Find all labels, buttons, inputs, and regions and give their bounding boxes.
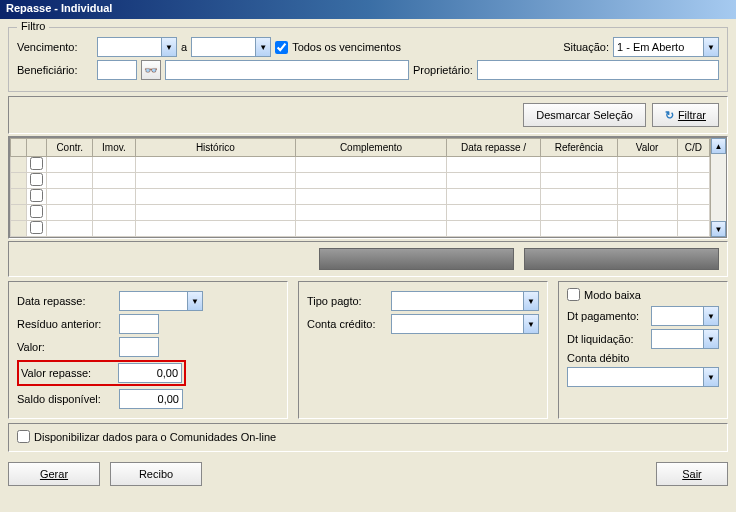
- status-bar-1: [319, 248, 514, 270]
- beneficiario-label: Beneficiário:: [17, 64, 93, 76]
- table-row[interactable]: [11, 173, 710, 189]
- situacao-label: Situação:: [563, 41, 609, 53]
- chevron-down-icon[interactable]: ▼: [703, 306, 719, 326]
- conta-credito-combo[interactable]: ▼: [391, 314, 539, 334]
- vencimento-from-input[interactable]: [97, 37, 161, 57]
- filtro-group: Filtro Vencimento: ▼ a ▼ Todos os vencim…: [8, 27, 728, 92]
- status-bars: [8, 241, 728, 277]
- filtrar-button[interactable]: ↻Filtrar: [652, 103, 719, 127]
- title-bar: Repasse - Individual: [0, 0, 736, 19]
- bottom-bar: Gerar Recibo Sair: [0, 458, 736, 490]
- residuo-input[interactable]: [119, 314, 159, 334]
- proprietario-label: Proprietário:: [413, 64, 473, 76]
- disponibilizar-checkbox[interactable]: Disponibilizar dados para o Comunidades …: [17, 430, 276, 443]
- vencimento-to[interactable]: ▼: [191, 37, 271, 57]
- chevron-down-icon[interactable]: ▼: [703, 37, 719, 57]
- conta-debito-combo[interactable]: ▼: [567, 367, 719, 387]
- table-row[interactable]: [11, 189, 710, 205]
- refresh-icon: ↻: [665, 109, 674, 122]
- col-contr[interactable]: Contr.: [47, 139, 93, 157]
- dt-pagamento-combo[interactable]: ▼: [651, 306, 719, 326]
- situacao-input[interactable]: [613, 37, 703, 57]
- saldo-input: [119, 389, 183, 409]
- row-checkbox[interactable]: [30, 189, 43, 202]
- vencimento-label: Vencimento:: [17, 41, 93, 53]
- valor-input[interactable]: [119, 337, 159, 357]
- table-row[interactable]: [11, 157, 710, 173]
- col-referencia[interactable]: Referência: [541, 139, 617, 157]
- scroll-up-icon[interactable]: ▲: [711, 138, 726, 154]
- repasse-table[interactable]: Contr. Imov. Histórico Complemento Data …: [10, 138, 710, 237]
- left-panel: Data repasse: ▼ Resíduo anterior: Valor:…: [8, 281, 288, 419]
- vencimento-to-input[interactable]: [191, 37, 255, 57]
- table-row[interactable]: [11, 221, 710, 237]
- conta-credito-label: Conta crédito:: [307, 318, 387, 330]
- chevron-down-icon[interactable]: ▼: [255, 37, 271, 57]
- chevron-down-icon[interactable]: ▼: [523, 314, 539, 334]
- modo-baixa-checkbox[interactable]: Modo baixa: [567, 288, 641, 301]
- data-repasse-label: Data repasse:: [17, 295, 115, 307]
- todos-vencimentos-input[interactable]: [275, 41, 288, 54]
- scroll-track[interactable]: [711, 154, 726, 221]
- chevron-down-icon[interactable]: ▼: [523, 291, 539, 311]
- col-datarepasse[interactable]: Data repasse /: [446, 139, 540, 157]
- situacao-combo[interactable]: ▼: [613, 37, 719, 57]
- mid-panel: Tipo pagto: ▼ Conta crédito: ▼: [298, 281, 548, 419]
- recibo-button[interactable]: Recibo: [110, 462, 202, 486]
- residuo-label: Resíduo anterior:: [17, 318, 115, 330]
- dt-pagamento-label: Dt pagamento:: [567, 310, 647, 322]
- todos-vencimentos-checkbox[interactable]: Todos os vencimentos: [275, 41, 401, 54]
- dt-liquidacao-label: Dt liquidação:: [567, 333, 647, 345]
- scrollbar[interactable]: ▲ ▼: [710, 138, 726, 237]
- col-imov[interactable]: Imov.: [93, 139, 135, 157]
- extra-panel: Disponibilizar dados para o Comunidades …: [8, 423, 728, 452]
- chevron-down-icon[interactable]: ▼: [187, 291, 203, 311]
- window-title: Repasse - Individual: [6, 2, 112, 14]
- row-checkbox[interactable]: [30, 221, 43, 234]
- saldo-label: Saldo disponível:: [17, 393, 115, 405]
- filtro-legend: Filtro: [17, 20, 49, 32]
- col-complemento[interactable]: Complemento: [296, 139, 447, 157]
- col-rowheader[interactable]: [11, 139, 27, 157]
- beneficiario-code[interactable]: [97, 60, 137, 80]
- valor-repasse-highlight: Valor repasse:: [17, 360, 186, 386]
- binoculars-icon[interactable]: 👓: [141, 60, 161, 80]
- action-bar: Desmarcar Seleção ↻Filtrar: [8, 96, 728, 134]
- desmarcar-button[interactable]: Desmarcar Seleção: [523, 103, 646, 127]
- scroll-down-icon[interactable]: ▼: [711, 221, 726, 237]
- chevron-down-icon[interactable]: ▼: [703, 329, 719, 349]
- conta-debito-label: Conta débito: [567, 352, 647, 364]
- sair-button[interactable]: Sair: [656, 462, 728, 486]
- tipo-pagto-label: Tipo pagto:: [307, 295, 387, 307]
- col-cd[interactable]: C/D: [677, 139, 709, 157]
- row-checkbox[interactable]: [30, 205, 43, 218]
- row-checkbox[interactable]: [30, 157, 43, 170]
- beneficiario-name[interactable]: [165, 60, 409, 80]
- a-label: a: [181, 41, 187, 53]
- data-repasse-field[interactable]: ▼: [119, 291, 203, 311]
- grid-panel: Contr. Imov. Histórico Complemento Data …: [8, 136, 728, 239]
- vencimento-from[interactable]: ▼: [97, 37, 177, 57]
- status-bar-2: [524, 248, 719, 270]
- valor-label: Valor:: [17, 341, 115, 353]
- valor-repasse-input[interactable]: [118, 363, 182, 383]
- right-panel: Modo baixa Dt pagamento: ▼ Dt liquidação…: [558, 281, 728, 419]
- tipo-pagto-combo[interactable]: ▼: [391, 291, 539, 311]
- col-check[interactable]: [27, 139, 47, 157]
- valor-repasse-label: Valor repasse:: [21, 367, 115, 379]
- dt-liquidacao-combo[interactable]: ▼: [651, 329, 719, 349]
- proprietario-input[interactable]: [477, 60, 719, 80]
- col-historico[interactable]: Histórico: [135, 139, 296, 157]
- col-valor[interactable]: Valor: [617, 139, 677, 157]
- table-row[interactable]: [11, 205, 710, 221]
- chevron-down-icon[interactable]: ▼: [703, 367, 719, 387]
- row-checkbox[interactable]: [30, 173, 43, 186]
- chevron-down-icon[interactable]: ▼: [161, 37, 177, 57]
- gerar-button[interactable]: Gerar: [8, 462, 100, 486]
